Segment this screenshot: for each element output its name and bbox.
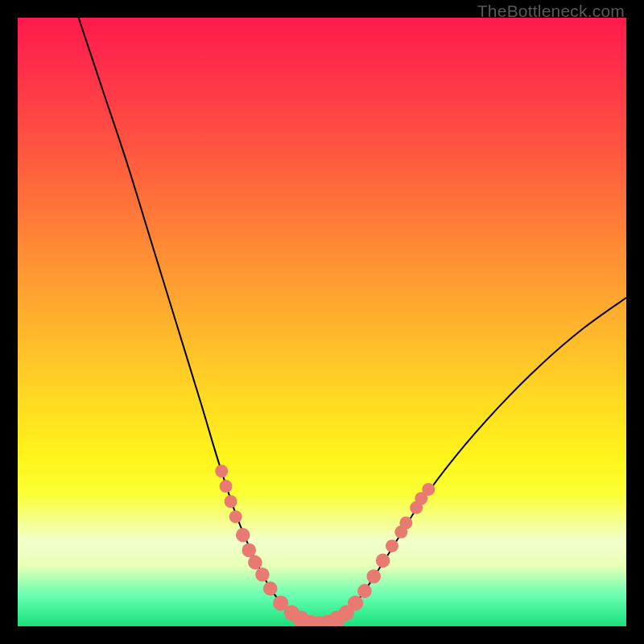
highlight-dot — [348, 596, 363, 611]
highlight-dot — [220, 480, 233, 493]
highlight-dot — [357, 584, 372, 598]
highlight-dot — [263, 581, 278, 596]
bottleneck-curve — [79, 18, 626, 624]
highlight-dot — [255, 568, 270, 582]
highlight-dot — [248, 555, 262, 570]
highlight-dot — [215, 464, 228, 477]
highlight-dot — [236, 528, 250, 543]
highlight-dot — [225, 495, 237, 508]
highlight-dot — [242, 543, 256, 558]
chart-svg — [18, 18, 626, 626]
highlight-dot — [229, 510, 242, 523]
highlight-dot — [366, 569, 381, 584]
highlight-dot — [399, 516, 412, 529]
highlight-dots-group — [215, 464, 435, 626]
chart-frame: TheBottleneck.com — [0, 0, 644, 644]
highlight-dot — [386, 539, 398, 552]
highlight-dot — [376, 554, 390, 568]
highlight-dot — [422, 483, 435, 496]
plot-area — [18, 18, 626, 626]
